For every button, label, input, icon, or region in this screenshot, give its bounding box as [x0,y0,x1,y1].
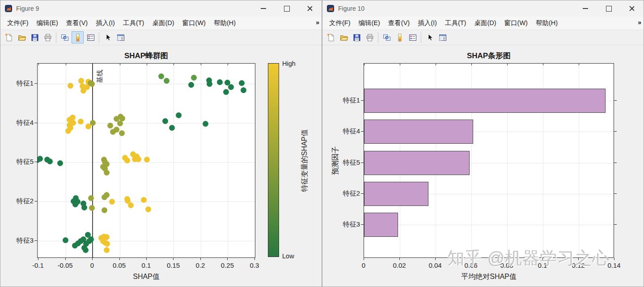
edit-plot-button[interactable] [102,31,114,43]
tick-mark [174,64,174,65]
printer-icon [43,33,52,42]
menu-item-insert[interactable]: 插入(I) [414,19,441,27]
menu-item-view[interactable]: 查看(V) [384,19,414,27]
scatter-point [78,119,84,124]
matlab-app-icon [327,5,334,12]
scatter-point [144,157,150,163]
gridline [174,64,174,257]
minimize-button[interactable] [252,0,275,17]
tick-mark [614,131,617,132]
tick-mark [400,64,400,65]
maximize-icon [606,6,612,12]
colorbar-icon [73,33,82,42]
insert-colorbar-button[interactable] [72,31,84,43]
x-tick-label: 0.04 [428,261,441,269]
link-plot-button[interactable] [381,31,393,43]
tick-mark [119,258,120,260]
maximize-icon [284,6,290,12]
scatter-point [228,84,234,90]
property-inspector-button[interactable] [114,31,127,43]
save-figure-button[interactable] [29,31,41,43]
menu-item-window[interactable]: 窗口(W) [178,19,210,27]
menu-item-help[interactable]: 帮助(H) [210,19,240,27]
plot-title: SHAP条形图 [364,51,614,61]
titlebar[interactable]: Figure 10 [322,0,644,17]
new-figure-button[interactable] [325,31,337,43]
menu-item-edit[interactable]: 编辑(E) [355,19,384,27]
open-folder-icon [339,33,348,42]
bar-row-1 [364,89,606,113]
bar-row-4 [364,182,428,206]
toolbar [0,30,322,45]
edit-plot-button[interactable] [424,31,436,43]
save-figure-button[interactable] [351,31,363,43]
tick-mark [65,258,66,260]
menu-item-view[interactable]: 查看(V) [62,19,92,27]
tick-mark [120,64,120,65]
scatter-point [119,130,125,136]
minimize-button[interactable] [574,0,597,17]
open-file-button[interactable] [338,31,350,43]
gridline [120,64,120,257]
scatter-point [217,79,223,85]
scatter-point [191,75,197,81]
scatter-point [104,161,110,167]
menu-item-edit[interactable]: 编辑(E) [33,19,62,27]
tick-mark [614,100,617,101]
scatter-point [63,237,68,243]
scatter-point [107,123,113,129]
scatter-point [88,195,94,201]
colorbar-low-label: Low [282,253,294,260]
link-plot-button[interactable] [59,31,71,43]
tick-mark [173,258,174,260]
menu-overflow-icon[interactable]: » [316,19,319,26]
tick-mark [34,201,37,201]
y-tick-label: 特征1 [0,79,34,88]
legend-icon [408,33,417,42]
menu-item-insert[interactable]: 插入(I) [92,19,119,27]
tick-mark [66,64,66,65]
menu-item-desktop[interactable]: 桌面(D) [148,19,178,27]
insert-legend-button[interactable] [85,31,97,43]
menu-item-tools[interactable]: 工具(T) [119,19,148,27]
bar-row-2 [364,120,473,144]
property-inspector-icon [116,33,125,42]
scatter-point [68,125,73,131]
insert-legend-button[interactable] [407,31,419,43]
property-inspector-button[interactable] [436,31,449,43]
tick-mark [471,64,472,65]
new-figure-button[interactable] [3,31,15,43]
insert-colorbar-button[interactable] [394,31,406,43]
colorbar [268,63,279,257]
menu-item-desktop[interactable]: 桌面(D) [470,19,500,27]
tick-mark [34,240,37,241]
print-button[interactable] [42,31,54,43]
tick-mark [361,131,364,132]
scatter-point [239,80,245,86]
x-tick-label: 0.25 [221,261,234,269]
close-button[interactable] [298,0,322,17]
scatter-point [136,156,141,162]
gridline [364,225,614,225]
print-button[interactable] [364,31,376,43]
tick-mark [361,224,364,225]
menu-item-window[interactable]: 窗口(W) [500,19,532,27]
x-tick-label: 0.15 [167,261,180,269]
titlebar[interactable]: Figure 9 [0,0,322,17]
y-tick-label: 特征5 [327,158,360,167]
tick-mark [399,258,400,260]
menu-item-file[interactable]: 文件(F) [3,19,33,27]
menu-item-tools[interactable]: 工具(T) [441,19,470,27]
colorbar-high-label: High [282,60,296,67]
window-controls [252,0,322,17]
maximize-button[interactable] [275,0,298,17]
open-file-button[interactable] [16,31,28,43]
tick-mark [255,64,255,65]
scatter-point [83,247,89,253]
maximize-button[interactable] [597,0,620,17]
tick-mark [361,193,364,194]
menu-item-help[interactable]: 帮助(H) [532,19,562,27]
menu-overflow-icon[interactable]: » [638,19,641,26]
menu-item-file[interactable]: 文件(F) [325,19,355,27]
close-button[interactable] [620,0,644,17]
